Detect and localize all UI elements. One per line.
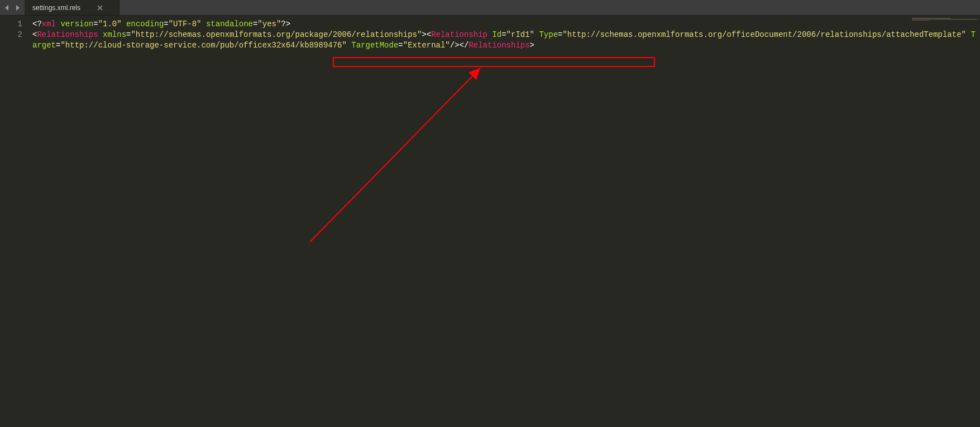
line-gutter: 1 2 bbox=[0, 16, 28, 427]
tab-nav-next-icon[interactable] bbox=[13, 4, 21, 12]
code-line-2: <Relationships xmlns="http://schemas.ope… bbox=[32, 30, 980, 51]
tab-bar: settings.xml.rels bbox=[0, 0, 980, 16]
file-tab[interactable]: settings.xml.rels bbox=[25, 0, 119, 15]
tab-nav-prev-icon[interactable] bbox=[3, 4, 11, 12]
close-icon[interactable] bbox=[96, 4, 104, 12]
line-number: 1 bbox=[0, 19, 22, 30]
code-line-1: <?xml version="1.0" encoding="UTF-8" sta… bbox=[32, 19, 980, 30]
minimap[interactable] bbox=[912, 18, 978, 21]
line-number: 2 bbox=[0, 30, 22, 40]
tab-nav-arrows bbox=[0, 0, 25, 15]
file-tab-label: settings.xml.rels bbox=[32, 4, 80, 12]
editor: 1 2 <?xml version="1.0" encoding="UTF-8"… bbox=[0, 16, 980, 427]
code-area[interactable]: <?xml version="1.0" encoding="UTF-8" sta… bbox=[28, 16, 980, 427]
